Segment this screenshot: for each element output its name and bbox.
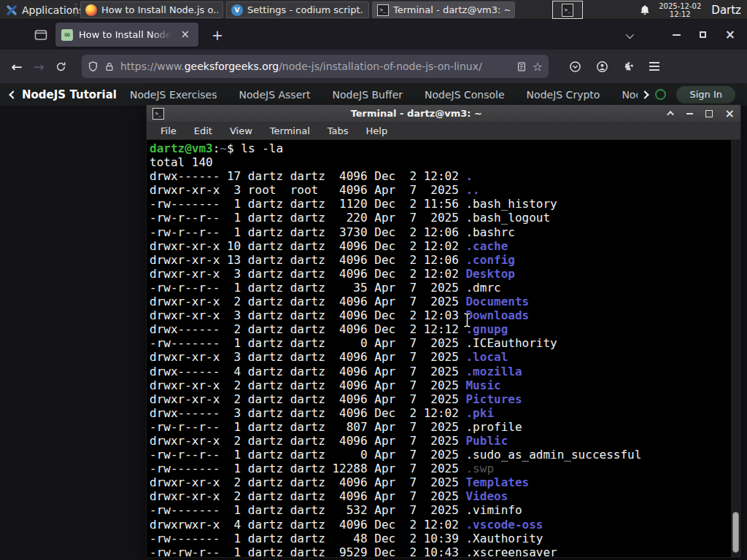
terminal-output-row: drwxr-xr-x 2 dartz dartz 4096 Apr 7 2025… — [150, 378, 740, 392]
file-name: .config — [465, 253, 514, 267]
panel-clock[interactable]: 2025-12-02 12:12 — [659, 2, 701, 18]
file-meta: -rw-r--r-- 1 dartz dartz 220 Apr 7 2025 — [150, 211, 465, 225]
site-nav-item[interactable]: NodeJS Console — [425, 89, 505, 101]
terminal-output-row: -rw-r--r-- 1 dartz dartz 3730 Dec 2 12:0… — [150, 225, 740, 239]
browser-tab-active[interactable]: ∞ How to Install Node.js on × — [55, 23, 198, 47]
scrollbar-thumb[interactable] — [732, 512, 739, 553]
account-icon[interactable] — [596, 61, 608, 73]
reader-mode-icon[interactable] — [516, 61, 527, 72]
terminal-window-controls: × — [669, 108, 735, 120]
file-meta: drwxr-xr-x 3 dartz dartz 4096 Dec 2 12:0… — [150, 267, 465, 281]
lock-icon[interactable] — [104, 61, 115, 72]
minimize-button[interactable] — [686, 113, 693, 114]
close-button[interactable]: × — [725, 108, 735, 120]
terminal-output-row: drwxrwxr-x 4 dartz dartz 4096 Dec 2 12:0… — [150, 518, 740, 532]
terminal-output-row: drwxr-xr-x 2 dartz dartz 4096 Apr 7 2025… — [150, 392, 740, 406]
file-meta: -rw-r--r-- 1 dartz dartz 3730 Dec 2 12:0… — [150, 225, 465, 239]
terminal-title-bar[interactable]: >_ Terminal - dartz@vm3: ~ × — [147, 105, 740, 122]
file-meta: drwx------ 2 dartz dartz 4096 Dec 2 12:1… — [150, 322, 465, 336]
search-icon[interactable] — [655, 89, 666, 100]
terminal-output-row: drwxr-xr-x 3 root root 4096 Apr 7 2025 .… — [150, 183, 740, 197]
file-meta: drwxrwxr-x 4 dartz dartz 4096 Dec 2 12:0… — [150, 518, 465, 532]
site-nav-item[interactable]: NodeJS DNS — [622, 89, 638, 101]
taskbar-window-terminal[interactable]: >_Terminal - dartz@vm3: ~ — [372, 1, 515, 18]
menu-edit[interactable]: Edit — [186, 124, 220, 138]
clock-time: 12:12 — [670, 10, 691, 18]
panel-status-area: 2025-12-02 12:12 Dartz — [638, 0, 747, 20]
file-name: .profile — [465, 420, 522, 434]
site-nav-item[interactable]: NodeJS Assert — [239, 89, 310, 101]
tray-terminal-indicator[interactable]: >_ — [552, 1, 583, 19]
list-all-tabs-chevron-icon[interactable] — [626, 28, 632, 42]
close-button[interactable]: × — [725, 28, 735, 41]
menu-terminal[interactable]: Terminal — [262, 124, 318, 138]
site-nav-item[interactable]: NodeJS Exercises — [130, 89, 217, 101]
menu-tabs[interactable]: Tabs — [320, 124, 357, 138]
terminal-output-row: drwxr-xr-x 2 dartz dartz 4096 Apr 7 2025… — [150, 489, 740, 503]
site-nav-item[interactable]: NodeJS Buffer — [333, 89, 403, 101]
sign-in-button[interactable]: Sign In — [676, 86, 735, 104]
reload-button[interactable] — [50, 55, 71, 77]
maximize-button[interactable] — [705, 110, 713, 117]
file-meta: -rw------- 1 dartz dartz 12288 Apr 7 202… — [150, 462, 465, 475]
file-name: Templates — [465, 475, 529, 489]
terminal-scrollbar[interactable] — [731, 140, 740, 557]
file-meta: drwxr-xr-x 2 dartz dartz 4096 Apr 7 2025 — [150, 434, 465, 448]
new-tab-button[interactable]: + — [206, 27, 229, 43]
site-nav-links: NodeJS ExercisesNodeJS AssertNodeJS Buff… — [130, 89, 638, 101]
file-meta: drwxr-xr-x 10 dartz dartz 4096 Dec 2 12:… — [150, 239, 465, 253]
file-name: .bash_history — [465, 197, 557, 211]
minimize-button[interactable] — [673, 34, 681, 36]
file-meta: drwx------ 4 dartz dartz 4096 Apr 7 2025 — [150, 365, 465, 378]
terminal-output-row: -rw-r--r-- 1 dartz dartz 0 Apr 7 2025 .s… — [150, 448, 740, 462]
file-name: .swp — [465, 462, 494, 475]
back-button[interactable]: ← — [6, 55, 28, 77]
maximize-button[interactable] — [700, 31, 706, 38]
terminal-output-row: -rw-rw-r-- 1 dartz dartz 9529 Dec 2 10:4… — [150, 545, 740, 557]
url-bar[interactable]: https://www.geeksforgeeks.org/node-js/in… — [82, 55, 549, 78]
top-panel: Applications How to Install Node.js o...… — [0, 0, 747, 20]
menu-hamburger-icon[interactable] — [649, 62, 659, 70]
notifications-bell-icon[interactable] — [638, 4, 651, 17]
terminal-menu-bar: FileEditViewTerminalTabsHelp — [147, 122, 740, 140]
file-name: Documents — [465, 295, 529, 308]
pocket-icon[interactable] — [569, 61, 581, 73]
file-name: Desktop — [465, 267, 514, 281]
file-listing: drwx------ 17 dartz dartz 4096 Dec 2 12:… — [150, 169, 740, 557]
taskbar-window-vscodium[interactable]: VSettings - codium script... — [226, 1, 369, 18]
window-taskbar: How to Install Node.js o...VSettings - c… — [80, 1, 515, 18]
chevron-right-icon[interactable] — [641, 90, 649, 98]
file-name: Downloads — [465, 308, 529, 322]
tab-close-icon[interactable]: × — [177, 28, 193, 42]
browser-tab-bar: ∞ How to Install Node.js on × + × — [0, 20, 747, 50]
taskbar-window-title: How to Install Node.js o... — [101, 4, 218, 15]
site-nav-item[interactable]: NodeJS Crypto — [527, 89, 600, 101]
menu-view[interactable]: View — [222, 124, 260, 138]
file-name: Videos — [465, 489, 508, 503]
menu-help[interactable]: Help — [358, 124, 396, 138]
terminal-output-row: -rw------- 1 dartz dartz 12288 Apr 7 202… — [150, 462, 740, 475]
taskbar-window-firefox[interactable]: How to Install Node.js o... — [80, 1, 223, 18]
taskbar-window-title: Terminal - dartz@vm3: ~ — [393, 4, 510, 15]
applications-menu-icon — [6, 4, 18, 16]
browser-window-controls: × — [673, 28, 735, 41]
file-name: .pki — [465, 406, 494, 420]
terminal-output-row: drwxr-xr-x 2 dartz dartz 4096 Apr 7 2025… — [150, 295, 740, 308]
menu-file[interactable]: File — [152, 124, 185, 138]
chevron-left-icon[interactable] — [9, 90, 17, 98]
terminal-output-row: drwxr-xr-x 2 dartz dartz 4096 Apr 7 2025… — [150, 475, 740, 489]
forward-button: → — [28, 55, 50, 77]
vscodium-icon: V — [231, 4, 243, 16]
site-nav-active-item[interactable]: NodeJS Tutorial — [22, 88, 117, 101]
extensions-puzzle-icon[interactable] — [623, 61, 635, 72]
clock-date: 2025-12-02 — [659, 2, 701, 10]
terminal-output[interactable]: dartz@vm3:~$ ls -la total 140 drwx------… — [147, 140, 740, 557]
terminal-output-row: drwx------ 4 dartz dartz 4096 Apr 7 2025… — [150, 365, 740, 378]
file-meta: drwx------ 17 dartz dartz 4096 Dec 2 12:… — [150, 169, 465, 183]
tracking-shield-icon[interactable] — [88, 61, 98, 72]
firefox-view-icon[interactable] — [31, 25, 51, 45]
bookmark-star-icon[interactable]: ☆ — [533, 60, 543, 74]
terminal-icon: >_ — [152, 108, 164, 120]
file-name: .xscreensaver — [465, 545, 557, 557]
total-line: total 140 — [150, 155, 740, 169]
